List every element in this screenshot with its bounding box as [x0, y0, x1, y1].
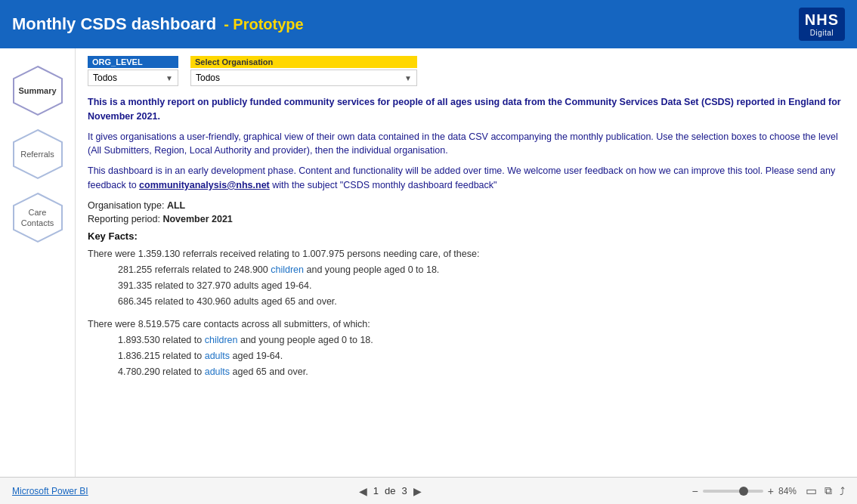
referrals-intro: There were 1.359.130 referrals received …: [88, 246, 845, 262]
desc-para2: It gives organisations a user-friendly, …: [88, 130, 845, 159]
footer: Microsoft Power BI ◀ 1 de 3 ▶ − + 84% ▭ …: [0, 477, 857, 504]
filter-row: ORG_LEVEL Todos ▼ Select Organisation To…: [88, 56, 845, 86]
org-type-line: Organisation type: ALL: [88, 200, 845, 211]
contacts-block: There were 8.519.575 care contacts acros…: [88, 317, 845, 381]
org-type-label: Organisation type:: [88, 200, 164, 211]
page-total: 3: [401, 485, 407, 496]
org-level-select[interactable]: Todos ▼: [88, 70, 178, 86]
prototype-label: - Prototype: [224, 16, 304, 33]
org-info: Organisation type: ALL Reporting period:…: [88, 200, 845, 224]
zoom-slider[interactable]: [703, 490, 763, 493]
adults-highlight1: adults: [205, 351, 230, 361]
zoom-controls: − + 84%: [692, 485, 797, 497]
contact-line3: 4.780.290 related to adults aged 65 and …: [118, 364, 845, 380]
referral-line2: 391.335 related to 327.970 adults aged 1…: [118, 278, 845, 294]
referrals-block: There were 1.359.130 referrals received …: [88, 246, 845, 311]
zoom-level: 84%: [778, 486, 797, 496]
children-highlight: children: [271, 264, 304, 275]
reporting-period-label: Reporting period:: [88, 214, 160, 224]
content-area: ORG_LEVEL Todos ▼ Select Organisation To…: [76, 48, 857, 477]
select-org-label: Select Organisation: [190, 56, 417, 68]
power-bi-link[interactable]: Microsoft Power BI: [12, 486, 88, 496]
org-level-label: ORG_LEVEL: [88, 56, 178, 68]
digital-text: Digital: [810, 29, 834, 38]
adults-highlight2: adults: [205, 366, 230, 377]
desc-para1: This is a monthly report on publicly fun…: [88, 95, 845, 124]
select-org-arrow: ▼: [404, 74, 412, 82]
select-org-select[interactable]: Todos ▼: [190, 70, 417, 86]
contacts-intro: There were 8.519.575 care contacts acros…: [88, 317, 845, 332]
next-page-button[interactable]: ▶: [413, 485, 422, 497]
referrals-intro-text: There were 1.359.130 referrals received …: [88, 249, 479, 259]
key-facts-section: Key Facts: There were 1.359.130 referral…: [88, 230, 845, 381]
zoom-minus[interactable]: −: [692, 485, 698, 497]
page-title: Monthly CSDS dashboard: [12, 14, 216, 34]
page-current: 1: [373, 485, 379, 496]
reporting-period-value: November 2021: [162, 214, 232, 224]
share-icon[interactable]: ⧉: [825, 484, 832, 497]
contacts-details: 1.893.530 related to children and young …: [88, 332, 845, 381]
feedback-email-link[interactable]: communityanalysis@nhs.net: [139, 180, 270, 190]
header: Monthly CSDS dashboard - Prototype NHS D…: [0, 0, 857, 48]
referral-line1: 281.255 referrals related to 248.900 chi…: [118, 262, 845, 278]
main-layout: Summary Referrals Care Contacts ORG_LEVE…: [0, 48, 857, 477]
referral-line3: 686.345 related to 430.960 adults aged 6…: [118, 294, 845, 310]
description-section: This is a monthly report on publicly fun…: [88, 95, 845, 193]
nhs-text: NHS: [805, 11, 839, 29]
children-highlight2: children: [205, 335, 238, 345]
fit-to-screen-icon[interactable]: ▭: [806, 484, 817, 498]
contact-line2: 1.836.215 related to adults aged 19-64.: [118, 348, 845, 364]
referrals-details: 281.255 referrals related to 248.900 chi…: [88, 262, 845, 311]
expand-icon[interactable]: ⤴: [840, 485, 845, 497]
org-type-value: ALL: [167, 200, 185, 211]
nhs-logo: NHS Digital: [799, 8, 845, 41]
sidebar-item-referrals[interactable]: Referrals: [11, 127, 65, 181]
sidebar: Summary Referrals Care Contacts: [0, 48, 76, 477]
page-separator: de: [385, 485, 395, 496]
reporting-period-line: Reporting period: November 2021: [88, 214, 845, 224]
page-navigation: ◀ 1 de 3 ▶: [359, 485, 422, 497]
sidebar-item-care-contacts[interactable]: Care Contacts: [11, 190, 65, 245]
desc-para3: This dashboard is in an early developmen…: [88, 164, 845, 193]
org-level-filter: ORG_LEVEL Todos ▼: [88, 56, 178, 86]
footer-icons: ▭ ⧉ ⤴: [806, 484, 845, 498]
desc-para3-suffix: with the subject "CSDS monthly dashboard…: [270, 180, 497, 190]
zoom-plus[interactable]: +: [768, 485, 774, 497]
prev-page-button[interactable]: ◀: [359, 485, 367, 497]
contact-line1: 1.893.530 related to children and young …: [118, 332, 845, 348]
footer-right: − + 84% ▭ ⧉ ⤴: [692, 484, 845, 498]
zoom-slider-thumb: [739, 487, 748, 496]
org-level-arrow: ▼: [166, 74, 173, 82]
sidebar-item-summary[interactable]: Summary: [11, 63, 65, 118]
key-facts-title: Key Facts:: [88, 230, 845, 242]
select-org-filter: Select Organisation Todos ▼: [190, 56, 417, 86]
